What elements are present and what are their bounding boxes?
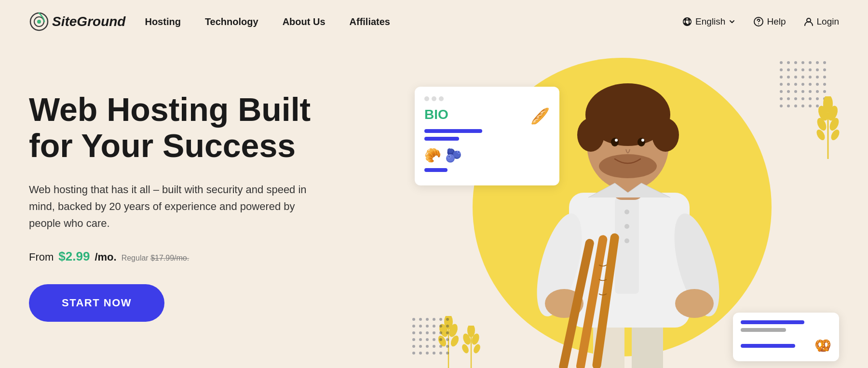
svg-point-4	[758, 24, 759, 25]
logo-icon	[29, 12, 49, 32]
language-selector[interactable]: English	[682, 16, 736, 27]
svg-point-127	[439, 345, 442, 348]
svg-point-47	[615, 139, 618, 142]
nav-item-technology[interactable]: Technology	[205, 16, 258, 27]
svg-point-108	[433, 325, 435, 328]
login-button[interactable]: Login	[803, 16, 840, 27]
price-amount: $2.99	[58, 249, 90, 264]
svg-point-132	[433, 352, 435, 355]
nav-link-affiliates[interactable]: Affiliates	[350, 16, 390, 27]
svg-point-78	[780, 90, 783, 93]
mobile-card-line-2	[741, 328, 786, 332]
navbar-left: SiteGround Hosting Technology About Us A…	[29, 12, 390, 32]
svg-point-84	[823, 90, 826, 93]
bio-card-croissant-icon: 🥐 🫐	[424, 147, 482, 163]
navbar: SiteGround Hosting Technology About Us A…	[0, 0, 868, 43]
svg-point-54	[809, 61, 812, 64]
svg-point-87	[794, 97, 797, 100]
svg-point-88	[801, 97, 804, 100]
svg-point-111	[412, 331, 415, 334]
svg-point-126	[433, 345, 435, 348]
svg-point-69	[816, 76, 819, 79]
svg-point-74	[801, 83, 804, 86]
brand-name: SiteGround	[52, 14, 125, 29]
svg-point-79	[787, 90, 790, 93]
mobile-card-pretzel-icon: 🥨	[814, 338, 831, 354]
bio-card-title: BIO	[424, 107, 482, 122]
svg-point-101	[426, 318, 429, 321]
nav-item-hosting[interactable]: Hosting	[145, 16, 180, 27]
bio-card-window-controls	[424, 96, 550, 101]
hero-visual: // Will be rendered inline below // dots…	[386, 34, 868, 368]
svg-point-64	[780, 76, 783, 79]
svg-point-58	[787, 68, 790, 71]
bio-card: BIO 🥐 🫐 🥖	[415, 87, 559, 185]
svg-point-36	[675, 289, 714, 318]
svg-point-24	[461, 343, 470, 354]
svg-point-85	[780, 97, 783, 100]
svg-point-66	[794, 76, 797, 79]
svg-point-44	[652, 118, 679, 152]
svg-point-68	[809, 76, 812, 79]
svg-point-80	[794, 90, 797, 93]
svg-point-100	[419, 318, 422, 321]
chevron-down-icon	[728, 18, 736, 26]
svg-point-107	[426, 325, 429, 328]
svg-point-96	[809, 105, 812, 107]
svg-point-110	[446, 325, 449, 328]
nav-link-about-us[interactable]: About Us	[283, 16, 326, 27]
svg-point-25	[472, 343, 481, 354]
bio-card-line-2	[424, 137, 459, 141]
hero-section: Web Hosting Built for Your Success Web h…	[0, 43, 868, 368]
svg-point-120	[433, 338, 435, 341]
svg-point-129	[412, 352, 415, 355]
svg-point-105	[412, 325, 415, 328]
svg-point-121	[439, 338, 442, 341]
svg-point-94	[794, 105, 797, 107]
svg-point-73	[794, 83, 797, 86]
svg-point-119	[426, 338, 429, 341]
svg-point-57	[780, 68, 783, 71]
wheat-right-decoration	[815, 96, 841, 161]
svg-point-53	[801, 61, 804, 64]
window-dot-2	[432, 96, 436, 101]
nav-link-technology[interactable]: Technology	[205, 16, 258, 27]
svg-point-114	[433, 331, 435, 334]
svg-point-32	[624, 238, 629, 243]
nav-links: Hosting Technology About Us Affiliates	[145, 16, 390, 27]
svg-point-116	[446, 331, 449, 334]
svg-point-83	[816, 90, 819, 93]
svg-point-77	[823, 83, 826, 86]
svg-point-99	[412, 318, 415, 321]
svg-point-86	[787, 97, 790, 100]
svg-point-131	[426, 352, 429, 355]
start-now-button[interactable]: START NOW	[29, 284, 164, 322]
svg-point-61	[809, 68, 812, 71]
svg-point-82	[809, 90, 812, 93]
svg-point-115	[439, 331, 442, 334]
svg-point-122	[446, 338, 449, 341]
svg-point-104	[446, 318, 449, 321]
nav-item-affiliates[interactable]: Affiliates	[350, 16, 390, 27]
svg-point-95	[801, 105, 804, 107]
nav-item-about-us[interactable]: About Us	[283, 16, 326, 27]
svg-point-63	[823, 68, 826, 71]
login-label: Login	[817, 16, 840, 27]
logo[interactable]: SiteGround	[29, 12, 125, 32]
svg-point-30	[624, 210, 629, 214]
help-button[interactable]: Help	[753, 16, 786, 27]
svg-point-81	[801, 90, 804, 93]
help-label: Help	[767, 16, 786, 27]
nav-link-hosting[interactable]: Hosting	[145, 16, 180, 27]
mobile-card-line-1	[741, 320, 804, 324]
svg-point-56	[823, 61, 826, 64]
svg-point-118	[419, 338, 422, 341]
mobile-card: 🥨	[733, 313, 839, 361]
user-icon	[803, 16, 814, 27]
svg-point-70	[823, 76, 826, 79]
svg-point-52	[794, 61, 797, 64]
window-dot-1	[424, 96, 429, 101]
svg-point-62	[816, 68, 819, 71]
svg-point-112	[419, 331, 422, 334]
svg-point-93	[787, 105, 790, 107]
